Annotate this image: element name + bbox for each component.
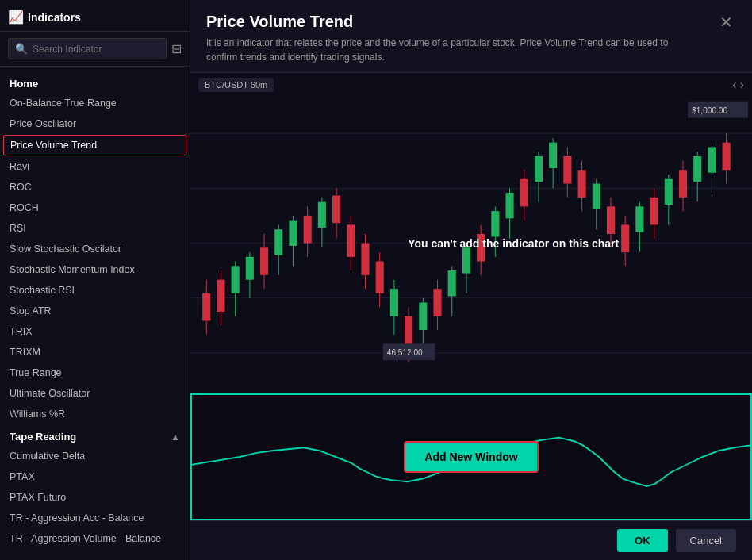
- sidebar-item-price-oscillator[interactable]: Price Oscillator: [0, 113, 190, 134]
- sidebar-item-on-balance-true-range[interactable]: On-Balance True Range: [0, 93, 190, 113]
- cancel-button[interactable]: Cancel: [676, 529, 736, 552]
- sidebar-item-cumulative-delta[interactable]: Cumulative Delta: [0, 446, 190, 466]
- dialog-title: Price Volume Trend: [206, 13, 716, 31]
- search-input[interactable]: [33, 44, 159, 55]
- svg-rect-69: [650, 198, 658, 225]
- logo-icon: 📈: [8, 10, 24, 25]
- chart-nav-left[interactable]: ‹: [732, 78, 736, 92]
- svg-rect-43: [462, 247, 470, 273]
- svg-rect-77: [708, 147, 716, 172]
- svg-rect-21: [304, 216, 312, 244]
- svg-rect-57: [563, 156, 571, 184]
- svg-rect-27: [347, 224, 355, 256]
- svg-rect-19: [289, 221, 297, 246]
- svg-rect-31: [376, 262, 384, 293]
- tape-reading-section-header[interactable]: Tape Reading ▲: [0, 424, 190, 446]
- svg-rect-73: [679, 170, 687, 198]
- svg-rect-13: [246, 257, 254, 280]
- chart-nav-right[interactable]: ›: [740, 78, 744, 92]
- svg-rect-15: [260, 247, 268, 275]
- app-title: Indicators: [28, 11, 81, 24]
- chart-area: BTC/USDT 60m ‹ ›: [190, 73, 752, 520]
- sidebar-item-true-range[interactable]: True Range: [0, 362, 190, 383]
- sidebar-item-slow-stochastic[interactable]: Slow Stochastic Oscilator: [0, 239, 190, 259]
- sidebar-item-tr-aggression-volume[interactable]: TR - Aggression Volume - Balance: [0, 528, 190, 549]
- sidebar-item-stop-atr[interactable]: Stop ATR: [0, 301, 190, 321]
- sidebar-item-price-volume-trend[interactable]: Price Volume Trend: [3, 135, 186, 155]
- sidebar-content: Home On-Balance True Range Price Oscilla…: [0, 67, 190, 560]
- filter-icon[interactable]: ⊟: [171, 41, 182, 56]
- svg-rect-47: [491, 211, 499, 236]
- chart-top-bar: BTC/USDT 60m ‹ ›: [190, 73, 752, 97]
- svg-rect-55: [549, 143, 557, 168]
- search-icon: 🔍: [15, 43, 28, 55]
- close-button[interactable]: ✕: [716, 13, 736, 32]
- svg-rect-35: [405, 316, 412, 348]
- svg-rect-71: [665, 179, 673, 205]
- svg-rect-75: [693, 156, 701, 182]
- svg-rect-11: [232, 266, 240, 293]
- svg-rect-9: [217, 280, 224, 312]
- indicator-panel: Add New Window: [190, 393, 752, 520]
- dialog-footer: OK Cancel: [190, 520, 752, 560]
- sidebar-item-rsi[interactable]: RSI: [0, 218, 190, 239]
- svg-rect-53: [535, 156, 543, 182]
- search-row: 🔍 ⊟: [0, 32, 190, 67]
- search-box[interactable]: 🔍: [8, 38, 167, 59]
- sidebar-item-ultimate-oscillator[interactable]: Ultimate Oscillator: [0, 383, 190, 404]
- svg-rect-59: [578, 170, 586, 198]
- sidebar-item-roc[interactable]: ROC: [0, 177, 190, 198]
- sidebar-item-roch[interactable]: ROCH: [0, 198, 190, 218]
- sidebar-item-tr-aggression-acc[interactable]: TR - Aggression Acc - Balance: [0, 508, 190, 528]
- sidebar-logo: 📈 Indicators: [8, 10, 81, 25]
- svg-rect-51: [520, 179, 528, 207]
- ok-button[interactable]: OK: [617, 529, 668, 552]
- chart-nav: ‹ ›: [732, 78, 744, 92]
- svg-text:46,512.00: 46,512.00: [387, 347, 423, 358]
- chart-warning: You can't add the indicator on this char…: [408, 237, 619, 250]
- dialog-description: It is an indicator that relates the pric…: [206, 36, 698, 64]
- candlestick-chart: $1,000.00 46,512.00 You can't add the in…: [190, 97, 752, 389]
- dialog-title-section: Price Volume Trend It is an indicator th…: [206, 13, 716, 64]
- svg-rect-37: [419, 302, 427, 330]
- svg-rect-63: [607, 206, 615, 234]
- svg-rect-17: [274, 229, 282, 255]
- sidebar-item-ptax[interactable]: PTAX: [0, 466, 190, 487]
- svg-rect-61: [593, 184, 600, 209]
- sidebar-item-ravi[interactable]: Ravi: [0, 156, 190, 177]
- svg-rect-39: [433, 289, 441, 316]
- sidebar-item-williams-r[interactable]: Williams %R: [0, 404, 190, 424]
- sidebar: 📈 Indicators 🔍 ⊟ Home On-Balance True Ra…: [0, 0, 190, 560]
- sidebar-header: 📈 Indicators: [0, 0, 190, 32]
- sidebar-item-trixm[interactable]: TRIXM: [0, 342, 190, 362]
- dialog-header: Price Volume Trend It is an indicator th…: [190, 0, 752, 73]
- sidebar-item-ptax-futuro[interactable]: PTAX Futuro: [0, 487, 190, 508]
- svg-rect-23: [318, 202, 326, 228]
- svg-rect-79: [723, 143, 731, 171]
- chart-symbol: BTC/USDT 60m: [198, 78, 274, 92]
- svg-rect-7: [202, 293, 210, 321]
- home-section-title: Home: [0, 73, 190, 93]
- add-window-button[interactable]: Add New Window: [404, 441, 538, 473]
- svg-rect-41: [448, 270, 456, 296]
- main-dialog: Price Volume Trend It is an indicator th…: [190, 0, 752, 560]
- svg-rect-25: [332, 196, 340, 224]
- svg-rect-67: [635, 206, 643, 232]
- svg-rect-29: [361, 244, 369, 275]
- chevron-up-icon: ▲: [171, 432, 180, 443]
- svg-rect-65: [621, 224, 629, 252]
- svg-rect-33: [390, 289, 398, 316]
- svg-rect-49: [505, 193, 513, 218]
- svg-text:$1,000.00: $1,000.00: [692, 105, 727, 115]
- tape-reading-title: Tape Reading: [10, 431, 76, 443]
- sidebar-item-stochastic-momentum[interactable]: Stochastic Momentum Index: [0, 259, 190, 280]
- sidebar-item-stochastic-rsi[interactable]: Stochastic RSI: [0, 280, 190, 301]
- sidebar-item-trix[interactable]: TRIX: [0, 321, 190, 342]
